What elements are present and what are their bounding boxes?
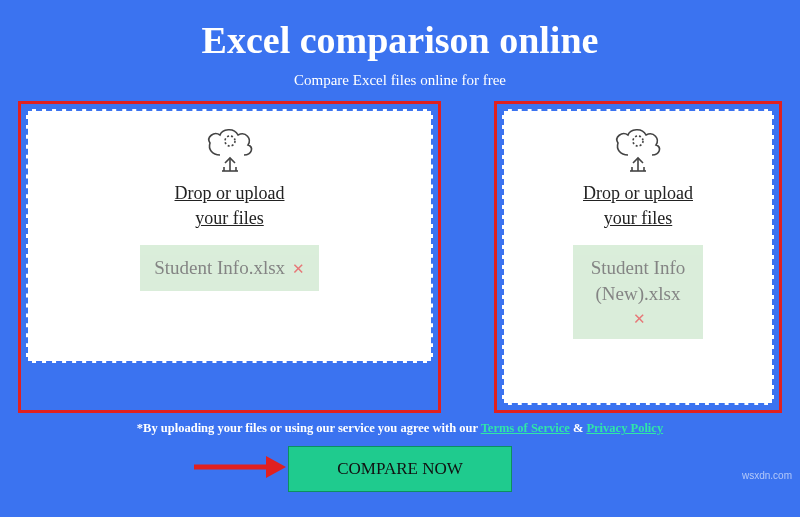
dropzone-left[interactable]: Drop or upload your files Student Info.x… — [26, 109, 433, 363]
compare-now-button[interactable]: COMPARE NOW — [288, 446, 511, 492]
file-chip-right: Student Info (New).xlsx ✕ — [573, 245, 703, 339]
terms-of-service-link[interactable]: Terms of Service — [481, 421, 570, 435]
page-subtitle: Compare Excel files online for free — [0, 72, 800, 101]
file-name-right: Student Info (New).xlsx — [591, 257, 685, 304]
cloud-upload-icon — [202, 125, 258, 181]
file-name-left: Student Info.xlsx — [154, 257, 285, 278]
terms-text: *By uploading your files or using our se… — [0, 421, 800, 436]
page-title: Excel comparison online — [0, 0, 800, 72]
dropzone-left-label: Drop or upload your files — [175, 181, 285, 231]
watermark-text: wsxdn.com — [742, 470, 792, 481]
svg-point-0 — [225, 136, 235, 146]
file-chip-left: Student Info.xlsx ✕ — [140, 245, 319, 291]
cloud-upload-icon — [610, 125, 666, 181]
svg-point-5 — [633, 136, 643, 146]
dropzone-right[interactable]: Drop or upload your files Student Info (… — [502, 109, 774, 405]
remove-file-right-icon[interactable]: ✕ — [589, 309, 689, 329]
annotation-arrow-icon — [190, 452, 286, 486]
remove-file-left-icon[interactable]: ✕ — [292, 261, 305, 277]
dropzone-left-highlight: Drop or upload your files Student Info.x… — [18, 101, 441, 413]
svg-marker-11 — [266, 456, 286, 478]
dropzone-right-label: Drop or upload your files — [583, 181, 693, 231]
dropzone-right-highlight: Drop or upload your files Student Info (… — [494, 101, 782, 413]
privacy-policy-link[interactable]: Privacy Policy — [586, 421, 663, 435]
